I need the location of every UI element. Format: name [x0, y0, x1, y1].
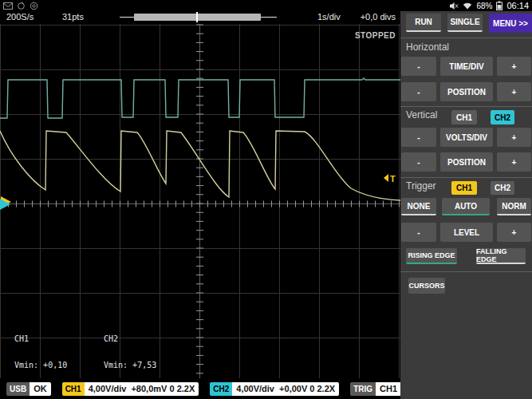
hposition-button[interactable]: POSITION: [440, 82, 493, 101]
hposition-minus-button[interactable]: -: [401, 82, 436, 101]
scope-display[interactable]: T STOPPED CH1 Vmin: +0,10 Vmax: +6,41 Vp…: [0, 24, 400, 378]
trigger-section-label: Trigger: [406, 180, 436, 192]
trig-badge: TRIG: [350, 382, 376, 396]
ch2-settings-value: 4,00V/div +0,00V 0 2.2X: [232, 382, 339, 396]
android-status-bar: 68% 06:14: [0, 0, 532, 11]
vertical-section-label: Vertical: [406, 109, 437, 120]
trigger-level-minus-button[interactable]: -: [401, 223, 436, 242]
vertical-ch2-button[interactable]: CH2: [491, 110, 514, 124]
usb-badge: USB: [6, 382, 30, 396]
record-points: 31pts: [62, 12, 84, 22]
sample-rate: 200S/s: [6, 12, 33, 22]
vposition-minus-button[interactable]: -: [401, 152, 436, 172]
trigger-ch2-button[interactable]: CH2: [491, 181, 514, 195]
cursors-button[interactable]: CURSORS: [408, 278, 445, 294]
ch1-vmin: Vmin: +0,10: [14, 361, 72, 369]
run-button[interactable]: RUN: [406, 14, 441, 32]
usb-status: USB OK: [6, 382, 51, 396]
timediv-minus-button[interactable]: -: [401, 57, 436, 76]
timediv-button[interactable]: TIME/DIV: [440, 57, 493, 76]
sync-icon: [17, 2, 26, 10]
trigger-auto-button[interactable]: AUTO: [442, 198, 490, 215]
horizontal-offset: +0,0 divs: [361, 12, 396, 22]
mute-icon: [450, 2, 459, 10]
channel-status-bar: USB OK CH1 4,00V/div +80,0mV 0 2.2X CH2 …: [0, 378, 400, 399]
voltsdiv-button[interactable]: VOLTS/DIV: [440, 128, 493, 147]
clock: 06:14: [506, 1, 529, 10]
scope-toolbar: 200S/s 31pts 1s/div +0,0 divs: [0, 11, 400, 24]
ch2-badge: CH2: [210, 382, 232, 396]
trigger-level-button[interactable]: LEVEL: [440, 223, 493, 242]
time-per-div: 1s/div: [317, 12, 341, 22]
battery-icon: [496, 1, 502, 10]
system-status-icons: 68% 06:14: [450, 1, 529, 10]
usb-value: OK: [30, 382, 51, 396]
falling-edge-button[interactable]: FALLING EDGE: [476, 248, 526, 264]
trigger-marker-label: T: [390, 174, 396, 184]
horizontal-section-label: Horizontal: [406, 41, 449, 53]
timediv-plus-button[interactable]: +: [497, 57, 531, 76]
ch1-badge: CH1: [62, 382, 85, 396]
trigger-norm-button[interactable]: NORM: [497, 198, 531, 215]
single-button[interactable]: SINGLE: [447, 14, 483, 32]
divider: [400, 106, 532, 107]
at-icon: [30, 2, 38, 10]
ch2-settings[interactable]: CH2 4,00V/div +0,00V 0 2.2X: [210, 382, 339, 396]
vertical-ch1-button[interactable]: CH1: [451, 110, 477, 124]
trigger-ch1-button[interactable]: CH1: [451, 181, 477, 195]
horizontal-scroll-center-tick: [196, 12, 198, 22]
ch1-settings[interactable]: CH1 4,00V/div +80,0mV 0 2.2X: [62, 382, 199, 396]
ch2-measurements-title: CH2: [104, 334, 161, 343]
acquisition-status: STOPPED: [355, 31, 396, 40]
control-panel: RUN SINGLE MENU >> Horizontal - TIME/DIV…: [400, 11, 532, 399]
ch2-vmin: Vmin: +7,53: [104, 361, 161, 369]
voltsdiv-plus-button[interactable]: +: [497, 128, 531, 147]
divider: [400, 177, 532, 178]
voltsdiv-minus-button[interactable]: -: [401, 128, 436, 147]
mail-icon: [3, 2, 13, 10]
battery-percent: 68%: [476, 2, 492, 10]
divider: [400, 271, 532, 272]
ch1-settings-value: 4,00V/div +80,0mV 0 2.2X: [85, 382, 199, 396]
wifi-icon: [463, 2, 472, 10]
ch1-measurements-title: CH1: [14, 334, 72, 343]
rising-edge-button[interactable]: RISING EDGE: [406, 248, 457, 264]
vposition-button[interactable]: POSITION: [440, 152, 493, 172]
trigger-level-plus-button[interactable]: +: [497, 223, 531, 242]
notification-icons: [3, 2, 38, 10]
trigger-level-marker[interactable]: [384, 174, 388, 182]
vposition-plus-button[interactable]: +: [497, 152, 531, 172]
divider: [400, 38, 532, 38]
trigger-none-button[interactable]: NONE: [401, 198, 436, 215]
hposition-plus-button[interactable]: +: [497, 82, 531, 101]
menu-button[interactable]: MENU >>: [489, 14, 532, 33]
oscilloscope-app: 68% 06:14 200S/s 31pts 1s/div +0,0 divs …: [0, 0, 532, 399]
